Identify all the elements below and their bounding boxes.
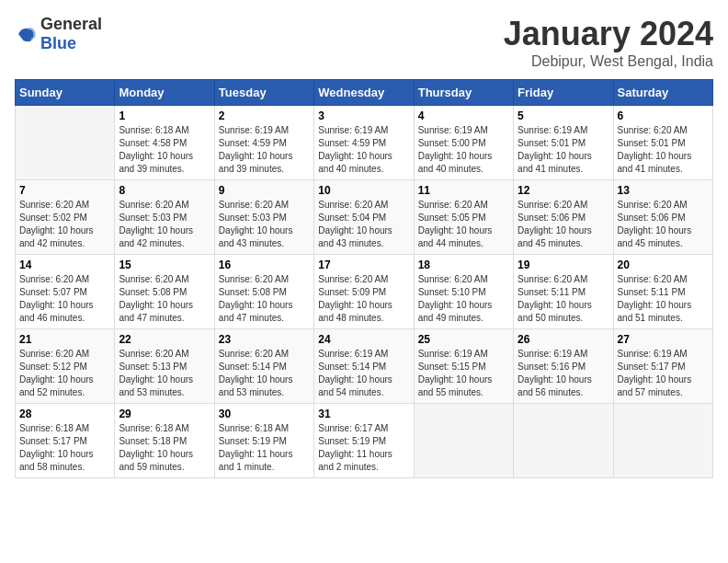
day-number: 31: [318, 408, 409, 420]
day-number: 9: [219, 184, 310, 197]
day-number: 27: [618, 333, 709, 346]
day-info: Sunrise: 6:18 AM Sunset: 5:18 PM Dayligh…: [119, 422, 210, 474]
calendar-week-4: 21Sunrise: 6:20 AM Sunset: 5:12 PM Dayli…: [16, 329, 713, 404]
table-row: 12Sunrise: 6:20 AM Sunset: 5:06 PM Dayli…: [514, 180, 613, 255]
day-info: Sunrise: 6:20 AM Sunset: 5:03 PM Dayligh…: [219, 199, 310, 250]
day-info: Sunrise: 6:20 AM Sunset: 5:06 PM Dayligh…: [518, 199, 609, 250]
page-header: General Blue January 2024 Debipur, West …: [15, 15, 713, 70]
day-number: 5: [518, 109, 609, 122]
day-info: Sunrise: 6:20 AM Sunset: 5:11 PM Dayligh…: [518, 273, 609, 325]
table-row: 13Sunrise: 6:20 AM Sunset: 5:06 PM Dayli…: [613, 180, 712, 255]
day-info: Sunrise: 6:20 AM Sunset: 5:08 PM Dayligh…: [219, 273, 310, 325]
day-number: 7: [19, 184, 110, 197]
day-number: 14: [19, 259, 110, 271]
day-info: Sunrise: 6:20 AM Sunset: 5:09 PM Dayligh…: [318, 273, 409, 325]
table-row: 18Sunrise: 6:20 AM Sunset: 5:10 PM Dayli…: [414, 255, 513, 329]
day-number: 10: [318, 184, 409, 197]
table-row: [16, 106, 115, 180]
day-number: 20: [618, 259, 709, 271]
calendar-week-5: 28Sunrise: 6:18 AM Sunset: 5:17 PM Dayli…: [16, 404, 713, 478]
day-number: 13: [618, 184, 709, 197]
day-number: 1: [119, 109, 210, 122]
table-row: [514, 404, 613, 478]
table-row: [414, 404, 513, 478]
day-number: 28: [19, 408, 110, 420]
table-row: 9Sunrise: 6:20 AM Sunset: 5:03 PM Daylig…: [214, 180, 313, 255]
day-number: 25: [418, 333, 509, 346]
day-info: Sunrise: 6:20 AM Sunset: 5:03 PM Dayligh…: [119, 199, 210, 250]
day-info: Sunrise: 6:20 AM Sunset: 5:06 PM Dayligh…: [618, 199, 709, 250]
day-number: 29: [119, 408, 210, 420]
table-row: 30Sunrise: 6:18 AM Sunset: 5:19 PM Dayli…: [214, 404, 313, 478]
day-info: Sunrise: 6:20 AM Sunset: 5:12 PM Dayligh…: [19, 348, 110, 399]
day-info: Sunrise: 6:20 AM Sunset: 5:14 PM Dayligh…: [219, 348, 310, 399]
table-row: 3Sunrise: 6:19 AM Sunset: 4:59 PM Daylig…: [314, 106, 414, 180]
day-number: 19: [518, 259, 609, 271]
day-info: Sunrise: 6:17 AM Sunset: 5:19 PM Dayligh…: [318, 422, 409, 474]
day-number: 8: [119, 184, 210, 197]
table-row: 27Sunrise: 6:19 AM Sunset: 5:17 PM Dayli…: [613, 329, 712, 404]
day-number: 18: [418, 259, 509, 271]
calendar-week-2: 7Sunrise: 6:20 AM Sunset: 5:02 PM Daylig…: [16, 180, 713, 255]
day-number: 24: [318, 333, 409, 346]
table-row: 25Sunrise: 6:19 AM Sunset: 5:15 PM Dayli…: [414, 329, 513, 404]
table-row: [613, 404, 712, 478]
day-number: 16: [219, 259, 310, 271]
day-info: Sunrise: 6:19 AM Sunset: 5:16 PM Dayligh…: [518, 348, 609, 399]
month-year-title: January 2024: [504, 15, 713, 53]
day-info: Sunrise: 6:19 AM Sunset: 5:17 PM Dayligh…: [618, 348, 709, 399]
logo-blue: Blue: [40, 34, 76, 52]
header-saturday: Saturday: [613, 80, 712, 106]
header-thursday: Thursday: [414, 80, 513, 106]
location-subtitle: Debipur, West Bengal, India: [504, 53, 713, 70]
table-row: 29Sunrise: 6:18 AM Sunset: 5:18 PM Dayli…: [115, 404, 214, 478]
calendar-header-row: Sunday Monday Tuesday Wednesday Thursday…: [16, 80, 713, 106]
header-friday: Friday: [514, 80, 613, 106]
day-info: Sunrise: 6:19 AM Sunset: 5:01 PM Dayligh…: [518, 124, 609, 176]
header-tuesday: Tuesday: [214, 80, 313, 106]
day-info: Sunrise: 6:19 AM Sunset: 5:00 PM Dayligh…: [418, 124, 509, 176]
day-info: Sunrise: 6:20 AM Sunset: 5:10 PM Dayligh…: [418, 273, 509, 325]
table-row: 19Sunrise: 6:20 AM Sunset: 5:11 PM Dayli…: [514, 255, 613, 329]
day-info: Sunrise: 6:18 AM Sunset: 4:58 PM Dayligh…: [119, 124, 210, 176]
day-number: 22: [119, 333, 210, 346]
day-number: 4: [418, 109, 509, 122]
table-row: 8Sunrise: 6:20 AM Sunset: 5:03 PM Daylig…: [115, 180, 214, 255]
table-row: 4Sunrise: 6:19 AM Sunset: 5:00 PM Daylig…: [414, 106, 513, 180]
day-info: Sunrise: 6:20 AM Sunset: 5:05 PM Dayligh…: [418, 199, 509, 250]
table-row: 5Sunrise: 6:19 AM Sunset: 5:01 PM Daylig…: [514, 106, 613, 180]
day-info: Sunrise: 6:20 AM Sunset: 5:13 PM Dayligh…: [119, 348, 210, 399]
table-row: 21Sunrise: 6:20 AM Sunset: 5:12 PM Dayli…: [16, 329, 115, 404]
day-info: Sunrise: 6:18 AM Sunset: 5:19 PM Dayligh…: [219, 422, 310, 474]
day-number: 30: [219, 408, 310, 420]
day-number: 26: [518, 333, 609, 346]
logo-icon: [15, 23, 37, 45]
table-row: 31Sunrise: 6:17 AM Sunset: 5:19 PM Dayli…: [314, 404, 414, 478]
table-row: 2Sunrise: 6:19 AM Sunset: 4:59 PM Daylig…: [214, 106, 313, 180]
day-info: Sunrise: 6:20 AM Sunset: 5:07 PM Dayligh…: [19, 273, 110, 325]
day-info: Sunrise: 6:19 AM Sunset: 5:14 PM Dayligh…: [318, 348, 409, 399]
day-number: 21: [19, 333, 110, 346]
day-info: Sunrise: 6:20 AM Sunset: 5:08 PM Dayligh…: [119, 273, 210, 325]
day-number: 6: [618, 109, 709, 122]
header-wednesday: Wednesday: [314, 80, 414, 106]
table-row: 16Sunrise: 6:20 AM Sunset: 5:08 PM Dayli…: [214, 255, 313, 329]
table-row: 20Sunrise: 6:20 AM Sunset: 5:11 PM Dayli…: [613, 255, 712, 329]
calendar-table: Sunday Monday Tuesday Wednesday Thursday…: [15, 79, 713, 478]
table-row: 6Sunrise: 6:20 AM Sunset: 5:01 PM Daylig…: [613, 106, 712, 180]
table-row: 17Sunrise: 6:20 AM Sunset: 5:09 PM Dayli…: [314, 255, 414, 329]
day-number: 3: [318, 109, 409, 122]
table-row: 23Sunrise: 6:20 AM Sunset: 5:14 PM Dayli…: [214, 329, 313, 404]
table-row: 28Sunrise: 6:18 AM Sunset: 5:17 PM Dayli…: [16, 404, 115, 478]
table-row: 14Sunrise: 6:20 AM Sunset: 5:07 PM Dayli…: [16, 255, 115, 329]
title-section: January 2024 Debipur, West Bengal, India: [504, 15, 713, 70]
day-info: Sunrise: 6:19 AM Sunset: 4:59 PM Dayligh…: [318, 124, 409, 176]
table-row: 24Sunrise: 6:19 AM Sunset: 5:14 PM Dayli…: [314, 329, 414, 404]
calendar-week-3: 14Sunrise: 6:20 AM Sunset: 5:07 PM Dayli…: [16, 255, 713, 329]
day-info: Sunrise: 6:20 AM Sunset: 5:02 PM Dayligh…: [19, 199, 110, 250]
calendar-week-1: 1Sunrise: 6:18 AM Sunset: 4:58 PM Daylig…: [16, 106, 713, 180]
table-row: 22Sunrise: 6:20 AM Sunset: 5:13 PM Dayli…: [115, 329, 214, 404]
day-info: Sunrise: 6:20 AM Sunset: 5:01 PM Dayligh…: [618, 124, 709, 176]
day-info: Sunrise: 6:20 AM Sunset: 5:04 PM Dayligh…: [318, 199, 409, 250]
day-number: 11: [418, 184, 509, 197]
